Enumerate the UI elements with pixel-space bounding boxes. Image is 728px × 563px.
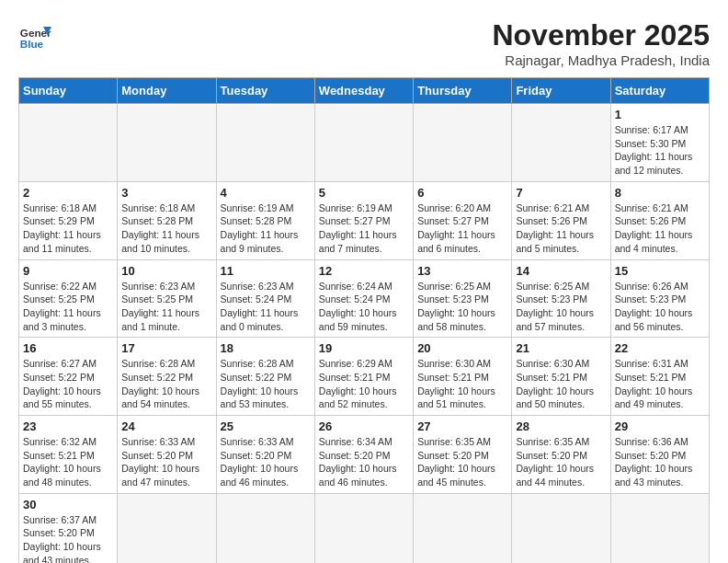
day-16: 16 Sunrise: 6:27 AMSunset: 5:22 PMDaylig… — [19, 338, 118, 416]
day-8: 8 Sunrise: 6:21 AMSunset: 5:26 PMDayligh… — [610, 181, 709, 259]
col-saturday: Saturday — [610, 78, 709, 104]
empty-cell — [216, 104, 314, 182]
day-20: 20 Sunrise: 6:30 AMSunset: 5:21 PMDaylig… — [414, 338, 512, 416]
day-12: 12 Sunrise: 6:24 AMSunset: 5:24 PMDaylig… — [314, 259, 413, 338]
col-thursday: Thursday — [414, 78, 512, 104]
day-1: 1 Sunrise: 6:17 AM Sunset: 5:30 PM Dayli… — [610, 104, 709, 182]
title-block: November 2025 Rajnagar, Madhya Pradesh, … — [492, 18, 710, 68]
day-25: 25 Sunrise: 6:33 AMSunset: 5:20 PMDaylig… — [216, 416, 314, 494]
svg-text:Blue: Blue — [20, 38, 44, 50]
calendar-row-3: 9 Sunrise: 6:22 AMSunset: 5:25 PMDayligh… — [19, 259, 710, 338]
logo: General Blue — [18, 18, 51, 52]
day-19: 19 Sunrise: 6:29 AMSunset: 5:21 PMDaylig… — [314, 338, 413, 416]
empty-cell — [314, 104, 413, 182]
day-23: 23 Sunrise: 6:32 AMSunset: 5:21 PMDaylig… — [19, 416, 118, 494]
day-13: 13 Sunrise: 6:25 AMSunset: 5:23 PMDaylig… — [414, 259, 512, 338]
day-28: 28 Sunrise: 6:35 AMSunset: 5:20 PMDaylig… — [512, 416, 610, 494]
location-subtitle: Rajnagar, Madhya Pradesh, India — [492, 52, 710, 68]
empty-cell — [118, 493, 216, 563]
col-wednesday: Wednesday — [314, 78, 413, 104]
col-sunday: Sunday — [19, 78, 118, 104]
day-7: 7 Sunrise: 6:21 AMSunset: 5:26 PMDayligh… — [512, 181, 610, 259]
day-21: 21 Sunrise: 6:30 AMSunset: 5:21 PMDaylig… — [512, 338, 610, 416]
day-4: 4 Sunrise: 6:19 AMSunset: 5:28 PMDayligh… — [216, 181, 314, 259]
day-10: 10 Sunrise: 6:23 AMSunset: 5:25 PMDaylig… — [118, 259, 216, 338]
col-tuesday: Tuesday — [216, 78, 314, 104]
day-15: 15 Sunrise: 6:26 AMSunset: 5:23 PMDaylig… — [610, 259, 709, 338]
empty-cell — [512, 493, 610, 563]
empty-cell — [118, 104, 216, 182]
day-18: 18 Sunrise: 6:28 AMSunset: 5:22 PMDaylig… — [216, 338, 314, 416]
empty-cell — [414, 104, 512, 182]
day-17: 17 Sunrise: 6:28 AMSunset: 5:22 PMDaylig… — [118, 338, 216, 416]
calendar-row-6: 30 Sunrise: 6:37 AMSunset: 5:20 PMDaylig… — [19, 493, 710, 563]
empty-cell — [314, 493, 413, 563]
day-6: 6 Sunrise: 6:20 AMSunset: 5:27 PMDayligh… — [414, 181, 512, 259]
day-3: 3 Sunrise: 6:18 AMSunset: 5:28 PMDayligh… — [118, 181, 216, 259]
day-11: 11 Sunrise: 6:23 AMSunset: 5:24 PMDaylig… — [216, 259, 314, 338]
month-title: November 2025 — [492, 18, 710, 52]
day-9: 9 Sunrise: 6:22 AMSunset: 5:25 PMDayligh… — [19, 259, 118, 338]
calendar-row-1: 1 Sunrise: 6:17 AM Sunset: 5:30 PM Dayli… — [19, 104, 710, 182]
day-29: 29 Sunrise: 6:36 AMSunset: 5:20 PMDaylig… — [610, 416, 709, 494]
day-2: 2 Sunrise: 6:18 AMSunset: 5:29 PMDayligh… — [19, 181, 118, 259]
day-22: 22 Sunrise: 6:31 AMSunset: 5:21 PMDaylig… — [610, 338, 709, 416]
calendar-row-5: 23 Sunrise: 6:32 AMSunset: 5:21 PMDaylig… — [19, 416, 710, 494]
day-27: 27 Sunrise: 6:35 AMSunset: 5:20 PMDaylig… — [414, 416, 512, 494]
day-5: 5 Sunrise: 6:19 AMSunset: 5:27 PMDayligh… — [314, 181, 413, 259]
col-friday: Friday — [512, 78, 610, 104]
day-14: 14 Sunrise: 6:25 AMSunset: 5:23 PMDaylig… — [512, 259, 610, 338]
page-header: General Blue November 2025 Rajnagar, Mad… — [18, 18, 710, 68]
empty-cell — [610, 493, 709, 563]
empty-cell — [216, 493, 314, 563]
empty-cell — [19, 104, 118, 182]
day-24: 24 Sunrise: 6:33 AMSunset: 5:20 PMDaylig… — [118, 416, 216, 494]
empty-cell — [414, 493, 512, 563]
calendar-table: Sunday Monday Tuesday Wednesday Thursday… — [18, 77, 710, 563]
calendar-row-2: 2 Sunrise: 6:18 AMSunset: 5:29 PMDayligh… — [19, 181, 710, 259]
day-30: 30 Sunrise: 6:37 AMSunset: 5:20 PMDaylig… — [19, 493, 118, 563]
day-26: 26 Sunrise: 6:34 AMSunset: 5:20 PMDaylig… — [314, 416, 413, 494]
weekday-header-row: Sunday Monday Tuesday Wednesday Thursday… — [19, 78, 710, 104]
logo-icon: General Blue — [18, 18, 51, 52]
calendar-row-4: 16 Sunrise: 6:27 AMSunset: 5:22 PMDaylig… — [19, 338, 710, 416]
col-monday: Monday — [118, 78, 216, 104]
empty-cell — [512, 104, 610, 182]
